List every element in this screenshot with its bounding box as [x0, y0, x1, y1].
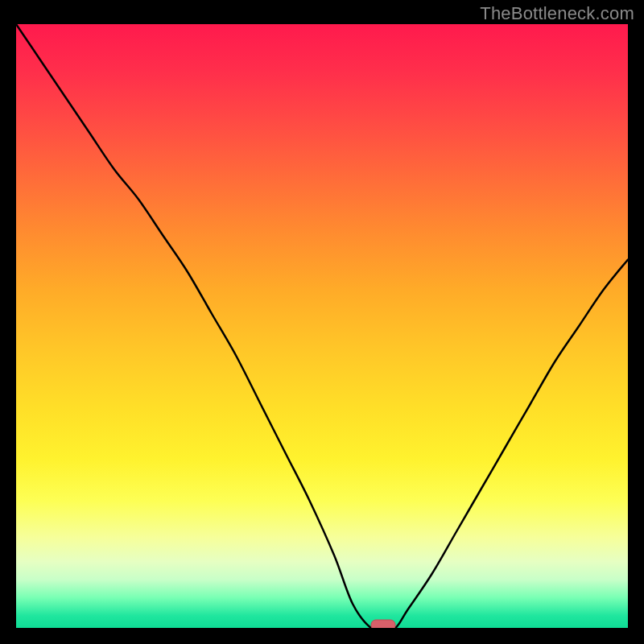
optimum-marker: [371, 620, 395, 628]
chart-frame: TheBottleneck.com: [0, 0, 644, 644]
curve-path: [16, 24, 628, 628]
bottleneck-curve: [16, 24, 628, 628]
plot-area: [16, 24, 628, 628]
watermark-text: TheBottleneck.com: [480, 3, 634, 24]
